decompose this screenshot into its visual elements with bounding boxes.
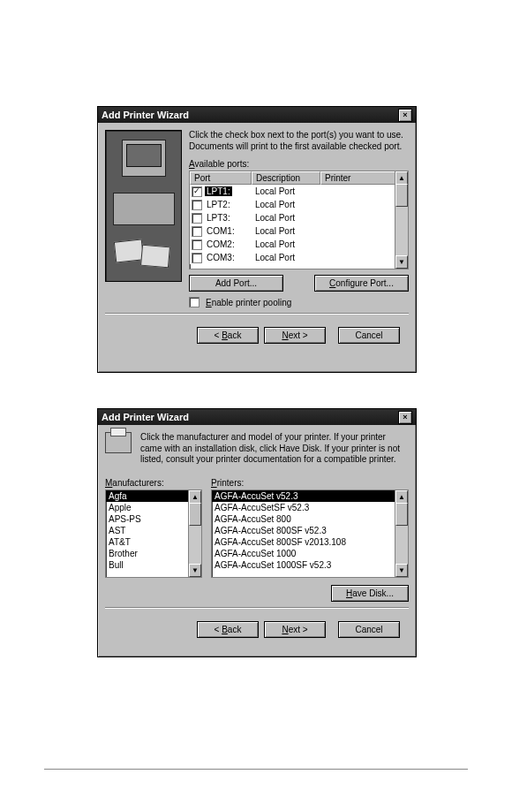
next-button[interactable]: Next >	[264, 327, 326, 344]
checkbox-icon[interactable]	[189, 297, 200, 307]
cancel-button[interactable]: Cancel	[338, 327, 400, 344]
port-checkbox[interactable]	[192, 186, 202, 197]
add-printer-wizard-model-dialog: Add Printer Wizard × Click the manufactu…	[97, 408, 417, 657]
available-ports-label: Available ports:	[189, 159, 409, 169]
list-item[interactable]: APS-PS	[106, 513, 189, 525]
port-row[interactable]: COM3:Local Port	[190, 251, 408, 264]
back-button[interactable]: < Back	[197, 327, 259, 344]
mfr-scrollbar[interactable]: ▲ ▼	[188, 490, 201, 577]
port-row[interactable]: LPT3:Local Port	[190, 211, 408, 224]
port-name: COM2:	[205, 239, 237, 249]
scroll-up-icon[interactable]: ▲	[395, 171, 408, 185]
list-item[interactable]: Agfa	[106, 490, 189, 502]
scroll-down-icon[interactable]: ▼	[395, 564, 408, 577]
port-description: Local Port	[253, 200, 322, 209]
printers-scrollbar[interactable]: ▲ ▼	[395, 490, 408, 577]
add-port-button[interactable]: Add Port...	[189, 275, 283, 292]
printer-icon	[105, 432, 132, 453]
port-row[interactable]: LPT1:Local Port	[190, 185, 408, 198]
list-item[interactable]: AGFA-AccuSet 1000	[212, 548, 395, 559]
add-printer-wizard-ports-dialog: Add Printer Wizard × Click the check box…	[97, 106, 417, 373]
scroll-thumb[interactable]	[395, 503, 408, 526]
have-disk-button[interactable]: Have Disk...	[331, 585, 409, 602]
cancel-button[interactable]: Cancel	[338, 621, 400, 638]
next-button[interactable]: Next >	[264, 621, 326, 638]
dialog-title: Add Printer Wizard	[102, 110, 189, 120]
list-item[interactable]: AGFA-AccuSet 800	[212, 513, 395, 525]
port-name: LPT1:	[205, 186, 232, 196]
port-row[interactable]: COM2:Local Port	[190, 238, 408, 251]
printers-label: Printers:	[211, 478, 409, 488]
list-item[interactable]: AGFA-AccuSet 1000SF v52.3	[212, 559, 395, 571]
port-checkbox[interactable]	[192, 213, 202, 224]
port-checkbox[interactable]	[192, 200, 202, 210]
manufacturers-listbox[interactable]: AgfaAppleAPS-PSASTAT&TBrotherBull ▲ ▼	[105, 489, 202, 578]
back-button[interactable]: < Back	[197, 621, 259, 638]
list-item[interactable]: AGFA-AccuSet 800SF v2013.108	[212, 536, 395, 548]
scroll-thumb[interactable]	[395, 184, 408, 207]
list-item[interactable]: AST	[106, 525, 189, 536]
close-icon[interactable]: ×	[398, 109, 412, 122]
port-description: Local Port	[253, 226, 322, 236]
col-description[interactable]: Description	[252, 171, 320, 185]
titlebar[interactable]: Add Printer Wizard ×	[98, 107, 416, 123]
ports-listview[interactable]: Port Description Printer LPT1:Local Port…	[189, 171, 409, 269]
port-row[interactable]: COM1:Local Port	[190, 224, 408, 238]
port-description: Local Port	[253, 213, 322, 223]
dialog-title: Add Printer Wizard	[102, 412, 189, 422]
port-checkbox[interactable]	[192, 253, 202, 263]
close-icon[interactable]: ×	[398, 411, 412, 424]
list-item[interactable]: Apple	[106, 502, 189, 513]
scroll-up-icon[interactable]: ▲	[395, 490, 408, 504]
list-item[interactable]: AT&T	[106, 536, 189, 548]
ports-scrollbar[interactable]: ▲ ▼	[395, 171, 408, 269]
list-item[interactable]: AGFA-AccuSet 800SF v52.3	[212, 525, 395, 536]
list-item[interactable]: AGFA-AccuSetSF v52.3	[212, 502, 395, 513]
enable-pooling-checkbox[interactable]: Enable printer pooling	[189, 297, 409, 307]
printers-listbox[interactable]: AGFA-AccuSet v52.3AGFA-AccuSetSF v52.3AG…	[211, 489, 409, 578]
wizard-image	[105, 130, 182, 282]
scroll-thumb[interactable]	[189, 503, 201, 526]
titlebar[interactable]: Add Printer Wizard ×	[98, 409, 416, 425]
port-name: COM3:	[205, 253, 237, 262]
port-checkbox[interactable]	[192, 239, 202, 250]
port-description: Local Port	[253, 253, 322, 262]
enable-pooling-label: Enable printer pooling	[206, 298, 291, 307]
port-name: LPT3:	[205, 213, 232, 223]
port-checkbox[interactable]	[192, 226, 202, 237]
port-description: Local Port	[253, 239, 322, 249]
list-item[interactable]: AGFA-AccuSet v52.3	[212, 490, 395, 502]
port-row[interactable]: LPT2:Local Port	[190, 198, 408, 211]
configure-port-button[interactable]: Configure Port...	[314, 275, 409, 292]
scroll-down-icon[interactable]: ▼	[189, 564, 201, 577]
instruction-text: Click the manufacturer and model of your…	[140, 432, 409, 466]
port-name: LPT2:	[205, 200, 232, 209]
port-name: COM1:	[205, 226, 237, 236]
port-description: Local Port	[253, 186, 322, 196]
list-item[interactable]: Bull	[106, 559, 189, 571]
col-port[interactable]: Port	[190, 171, 252, 185]
scroll-down-icon[interactable]: ▼	[395, 255, 408, 269]
manufacturers-label: Manufacturers:	[105, 478, 202, 488]
list-item[interactable]: Brother	[106, 548, 189, 559]
scroll-up-icon[interactable]: ▲	[189, 490, 201, 504]
instruction-text: Click the check box next to the port(s) …	[189, 130, 409, 152]
